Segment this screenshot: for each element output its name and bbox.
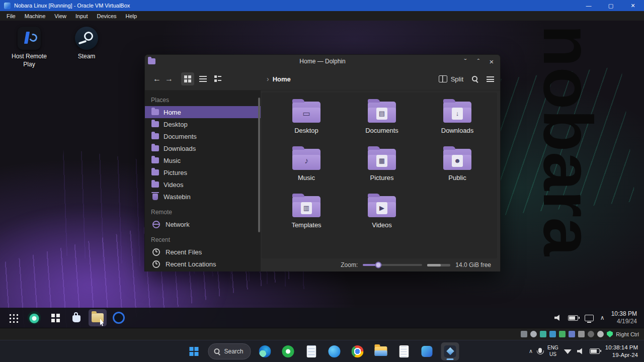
dolphin-window-controls: ˇ ˆ × — [460, 56, 497, 67]
sidebar-item-label: Recent Files — [166, 248, 202, 256]
display-settings-icon[interactable] — [578, 331, 585, 337]
search-icon[interactable] — [471, 75, 478, 82]
sidebar-item-documents[interactable]: Documents — [145, 130, 261, 142]
virtualbox-app-icon — [4, 3, 11, 9]
maximize-button[interactable]: ▢ — [600, 0, 622, 11]
shared-folders-icon[interactable] — [569, 331, 575, 337]
menu-view[interactable]: View — [50, 11, 71, 21]
menu-machine[interactable]: Machine — [20, 11, 50, 21]
virtualbox-task-button[interactable] — [441, 342, 459, 360]
hard-disk-icon[interactable] — [521, 331, 527, 337]
usb-icon[interactable] — [559, 331, 566, 337]
dolphin-close-button[interactable]: × — [486, 56, 497, 67]
breadcrumb[interactable]: › Home — [267, 75, 291, 83]
icons-view-button[interactable] — [181, 72, 194, 85]
menu-devices[interactable]: Devices — [92, 11, 121, 21]
dolphin-maximize-button[interactable]: ˆ — [473, 56, 484, 67]
folder-icon — [151, 121, 159, 127]
dolphin-minimize-button[interactable]: ˇ — [460, 56, 471, 67]
folder-icon — [151, 145, 159, 151]
mouse-integration-icon[interactable] — [597, 331, 604, 337]
microphone-icon[interactable] — [538, 348, 542, 353]
recording-icon[interactable] — [588, 331, 594, 337]
sidebar-item-music[interactable]: Music — [145, 154, 261, 166]
details-view-button[interactable] — [211, 72, 224, 85]
expand-tray-icon[interactable]: ∧ — [600, 314, 605, 321]
menu-help[interactable]: Help — [121, 11, 142, 21]
volume-icon[interactable] — [554, 315, 561, 321]
breadcrumb-home[interactable]: Home — [273, 75, 291, 83]
zoom-slider[interactable] — [363, 264, 422, 266]
sidebar-item-pictures[interactable]: Pictures — [145, 166, 261, 178]
videos-folder-icon: ▶ — [368, 196, 396, 217]
network-adapter-icon[interactable] — [549, 331, 556, 337]
notepad-task-button[interactable] — [395, 342, 413, 360]
zoom-slider-handle[interactable] — [375, 262, 381, 268]
hidden-icons-chevron[interactable]: ∧ — [529, 348, 533, 354]
battery-icon[interactable] — [590, 348, 600, 354]
sidebar-item-label: Documents — [164, 133, 197, 140]
language-indicator[interactable]: ENG US — [547, 345, 558, 357]
folder-desktop[interactable]: ▭ Desktop — [269, 102, 344, 149]
discover-button[interactable] — [67, 309, 86, 326]
optical-drive-icon[interactable] — [530, 331, 537, 337]
dolphin-titlebar[interactable]: Home — Dolphin ˇ ˆ × — [145, 55, 500, 68]
templates-folder-icon: ▥ — [292, 196, 320, 217]
sidebar-item-desktop[interactable]: Desktop — [145, 118, 261, 130]
sidebar-item-wastebin[interactable]: Wastebin — [145, 191, 261, 203]
chevron-right-icon: › — [267, 75, 269, 83]
back-button[interactable]: ← — [151, 74, 163, 83]
folder-templates[interactable]: ▥ Templates — [269, 196, 344, 243]
menu-file[interactable]: File — [2, 11, 20, 21]
folder-music[interactable]: ♪ Music — [269, 149, 344, 196]
folder-documents[interactable]: ▤ Documents — [344, 102, 420, 149]
desktop-icon-steam[interactable]: Steam — [64, 27, 109, 61]
file-explorer-task-button[interactable] — [372, 342, 390, 360]
menu-input[interactable]: Input — [71, 11, 92, 21]
sidebar-scrollbar[interactable] — [258, 98, 260, 232]
start-button[interactable] — [185, 342, 203, 360]
desktop-icon-host-remote-play[interactable]: Host Remote Play — [6, 27, 52, 68]
sidebar-item-downloads[interactable]: Downloads — [145, 142, 261, 154]
browser-task-button[interactable] — [110, 309, 128, 326]
desktop-icon-label: Host Remote Play — [6, 53, 52, 68]
windows-taskbar: Search ∧ ENG US 10:38:14 PM 19-Ap — [0, 340, 644, 362]
sidebar-item-videos[interactable]: Videos — [145, 178, 261, 191]
green-app-task-button[interactable] — [279, 342, 297, 360]
audio-icon[interactable] — [540, 331, 546, 337]
dolphin-task-button[interactable] — [89, 309, 107, 326]
edge-task-button[interactable] — [256, 342, 274, 360]
list-view-button[interactable] — [196, 72, 209, 85]
close-button[interactable]: × — [622, 0, 644, 11]
nobara-menu-button[interactable] — [25, 309, 43, 326]
sidebar-item-recent-locations[interactable]: Recent Locations — [145, 258, 261, 270]
kde-clock[interactable]: 10:38 PM 4/19/24 — [611, 310, 637, 325]
dolphin-title: Home — Dolphin — [145, 58, 500, 65]
hamburger-menu-icon[interactable] — [487, 76, 494, 82]
sidebar-item-network[interactable]: Network — [145, 218, 261, 230]
chrome-task-button[interactable] — [349, 342, 367, 360]
forward-button[interactable]: → — [163, 74, 175, 83]
wastebin-icon — [152, 194, 158, 200]
split-button[interactable]: Split — [439, 75, 463, 83]
folder-videos[interactable]: ▶ Videos — [344, 196, 420, 243]
sidebar-item-home[interactable]: Home — [145, 106, 261, 118]
folder-pictures[interactable]: ▦ Pictures — [344, 149, 420, 196]
folder-public[interactable]: ☻ Public — [420, 149, 495, 196]
taskbar-search[interactable]: Search — [208, 343, 251, 359]
folder-downloads[interactable]: ↓ Downloads — [420, 102, 495, 149]
blue-app-task-button[interactable] — [326, 342, 344, 360]
minimize-button[interactable]: — — [578, 0, 600, 11]
app-launcher-button[interactable] — [4, 309, 22, 326]
sidebar-item-recent-files[interactable]: Recent Files — [145, 246, 261, 258]
windows-clock[interactable]: 10:38:14 PM 19-Apr-24 — [605, 344, 638, 359]
pager-button[interactable] — [46, 309, 64, 326]
grid-squares-icon — [51, 314, 60, 322]
sidebar-item-label: Home — [164, 109, 181, 116]
display-icon[interactable] — [585, 315, 594, 321]
wifi-icon[interactable] — [564, 348, 572, 354]
volume-icon[interactable] — [577, 348, 584, 354]
document-app-task-button[interactable] — [302, 342, 320, 360]
battery-icon[interactable] — [568, 315, 578, 321]
blue-gem-task-button[interactable] — [418, 342, 436, 360]
